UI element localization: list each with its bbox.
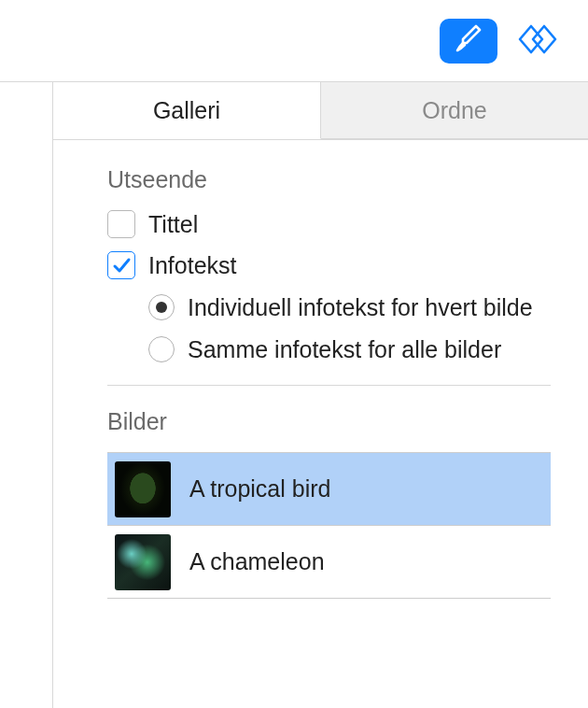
appearance-title: Utseende — [107, 166, 551, 193]
caption-radio-group: Individuell infotekst for hvert bilde Sa… — [148, 292, 551, 364]
tab-arrange-label: Ordne — [422, 97, 486, 124]
image-thumbnail — [115, 461, 171, 517]
appearance-section: Utseende Tittel Infotekst Individuell in… — [53, 140, 588, 386]
images-section: Bilder A tropical bird A chameleon — [53, 386, 588, 599]
tab-gallery[interactable]: Galleri — [53, 82, 321, 139]
image-thumbnail — [115, 534, 171, 590]
inspector-panel: Galleri Ordne Utseende Tittel Infotekst … — [52, 82, 588, 708]
radio-individual-label: Individuell infotekst for hvert bilde — [188, 292, 533, 323]
format-paintbrush-icon — [452, 22, 485, 60]
title-checkbox[interactable] — [107, 210, 135, 238]
caption-checkbox-row[interactable]: Infotekst — [107, 251, 551, 279]
title-checkbox-label: Tittel — [148, 211, 198, 238]
image-row[interactable]: A chameleon — [107, 526, 551, 599]
images-list: A tropical bird A chameleon — [107, 452, 551, 599]
radio-same[interactable] — [148, 336, 175, 362]
radio-same-row[interactable]: Samme infotekst for alle bilder — [148, 334, 551, 365]
caption-checkbox[interactable] — [107, 251, 135, 279]
tab-bar: Galleri Ordne — [53, 82, 588, 140]
caption-checkbox-label: Infotekst — [148, 252, 237, 279]
radio-individual[interactable] — [148, 294, 175, 320]
radio-individual-row[interactable]: Individuell infotekst for hvert bilde — [148, 292, 551, 323]
title-checkbox-row[interactable]: Tittel — [107, 210, 551, 238]
format-button[interactable] — [440, 19, 497, 64]
toolbar — [0, 0, 588, 82]
document-settings-button[interactable] — [514, 21, 565, 62]
tab-gallery-label: Galleri — [153, 97, 220, 124]
image-label: A chameleon — [189, 548, 325, 575]
images-title: Bilder — [107, 408, 551, 435]
radio-same-label: Samme infotekst for alle bilder — [188, 334, 501, 365]
shapes-diamond-icon — [514, 21, 565, 62]
tab-arrange[interactable]: Ordne — [321, 82, 588, 139]
image-label: A tropical bird — [189, 475, 330, 503]
image-row[interactable]: A tropical bird — [107, 453, 551, 526]
